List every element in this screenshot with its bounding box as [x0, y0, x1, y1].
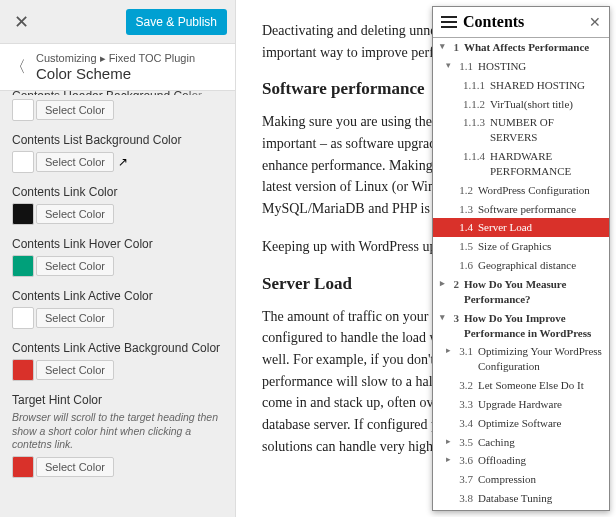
toc-item[interactable]: ▸2How Do You Measure Performance?	[433, 275, 609, 309]
color-control: Select Color	[12, 359, 223, 381]
toc-item-label: Geographical distance	[478, 258, 603, 273]
toc-item[interactable]: 3.3Upgrade Hardware	[433, 395, 609, 414]
toc-item-label: Compression	[478, 472, 603, 487]
toc-item-label: Database Tuning	[478, 491, 603, 506]
section-label: Contents List Background Color	[12, 133, 223, 147]
toc-item-label: VirTual(short title)	[490, 97, 603, 112]
customizer-topbar: ✕ Save & Publish	[0, 0, 235, 44]
section-label: Contents Link Color	[12, 185, 223, 199]
color-swatch[interactable]	[12, 99, 34, 121]
select-color-button[interactable]: Select Color	[36, 457, 114, 477]
color-control: Select Color	[12, 307, 223, 329]
toc-item[interactable]: ▸3.5Caching	[433, 433, 609, 452]
toc-item[interactable]: 1.1.3NUMBER OF SERVERS	[433, 113, 609, 147]
breadcrumb: Customizing ▸ Fixed TOC Plugin	[36, 52, 195, 65]
chevron-icon[interactable]: ▾	[437, 40, 447, 52]
toc-item[interactable]: ▸3.1Optimizing Your WordPress Configurat…	[433, 342, 609, 376]
toc-item[interactable]: 1.6Geographical distance	[433, 256, 609, 275]
customizer-breadcrumb-area: Customizing ▸ Fixed TOC Plugin Color Sch…	[36, 52, 195, 82]
toc-item-label: Size of Graphics	[478, 239, 603, 254]
toc-item-label: Optimizing Your WordPress Configuration	[478, 344, 603, 374]
toc-item[interactable]: ▾1What Affects Performance	[433, 38, 609, 57]
toc-item[interactable]: ▾1.1HOSTING	[433, 57, 609, 76]
toc-item-number: 3.4	[453, 416, 473, 431]
color-swatch[interactable]	[12, 456, 34, 478]
toc-item-number: 3.2	[453, 378, 473, 393]
customizer-sidebar: ✕ Save & Publish 〈 Customizing ▸ Fixed T…	[0, 0, 236, 517]
toc-item[interactable]: 1.1.2VirTual(short title)	[433, 95, 609, 114]
toc-item[interactable]: 3.8Database Tuning	[433, 489, 609, 507]
toc-panel: Contents ✕ ▾1What Affects Performance▾1.…	[432, 6, 610, 511]
toc-item-number: 1.1.3	[453, 115, 485, 130]
toc-item-number: 3.8	[453, 491, 473, 506]
page-title: Color Scheme	[36, 65, 195, 82]
cursor-icon: ↖	[118, 155, 128, 169]
toc-item[interactable]: ▸3.6Offloading	[433, 451, 609, 470]
toc-item-number: 1.1.2	[453, 97, 485, 112]
toc-item-number: 3.5	[453, 435, 473, 450]
toc-item-label: How Do You Improve Performance in WordPr…	[464, 311, 603, 341]
color-swatch[interactable]	[12, 255, 34, 277]
toc-item[interactable]: 1.1.4HARDWARE PERFORMANCE	[433, 147, 609, 181]
toc-item-number: 3	[447, 311, 459, 326]
toc-item-number: 3.7	[453, 472, 473, 487]
toc-item-label: Server Load	[478, 220, 603, 235]
color-swatch[interactable]	[12, 359, 34, 381]
select-color-button[interactable]: Select Color	[36, 152, 114, 172]
toc-body: ▾1What Affects Performance▾1.1HOSTING1.1…	[433, 38, 609, 507]
toc-item[interactable]: 3.4Optimize Software	[433, 414, 609, 433]
select-color-button[interactable]: Select Color	[36, 100, 114, 120]
toc-item-label: HARDWARE PERFORMANCE	[490, 149, 603, 179]
select-color-button[interactable]: Select Color	[36, 256, 114, 276]
section-description: Browser will scroll to the target headin…	[12, 411, 223, 452]
toc-close-icon[interactable]: ✕	[589, 14, 601, 31]
select-color-button[interactable]: Select Color	[36, 204, 114, 224]
color-swatch[interactable]	[12, 151, 34, 173]
toc-item-number: 1.4	[453, 220, 473, 235]
toc-item-number: 1.6	[453, 258, 473, 273]
color-swatch[interactable]	[12, 307, 34, 329]
toc-item-number: 3.6	[453, 453, 473, 468]
toc-item[interactable]: 3.2Let Someone Else Do It	[433, 376, 609, 395]
toc-item-number: 3.3	[453, 397, 473, 412]
section-label: Contents Link Hover Color	[12, 237, 223, 251]
toc-item[interactable]: 1.1.1SHARED HOSTING	[433, 76, 609, 95]
back-icon[interactable]: 〈	[10, 57, 26, 78]
toc-item[interactable]: 3.7Compression	[433, 470, 609, 489]
save-publish-button[interactable]: Save & Publish	[126, 9, 227, 35]
toc-item-number: 1.3	[453, 202, 473, 217]
section-label: Contents Link Active Color	[12, 289, 223, 303]
section-label-truncated: Contents Header Background Color	[12, 91, 223, 95]
toc-item-label: SHARED HOSTING	[490, 78, 603, 93]
color-control: Select Color	[12, 255, 223, 277]
chevron-icon[interactable]: ▸	[443, 435, 453, 447]
chevron-icon[interactable]: ▸	[443, 453, 453, 465]
toc-item-number: 1	[447, 40, 459, 55]
toc-item[interactable]: 1.5Size of Graphics	[433, 237, 609, 256]
chevron-icon[interactable]: ▸	[443, 344, 453, 356]
chevron-icon[interactable]: ▾	[437, 311, 447, 323]
toc-item-label: Let Someone Else Do It	[478, 378, 603, 393]
close-icon[interactable]: ✕	[8, 7, 35, 37]
chevron-icon[interactable]: ▸	[437, 277, 447, 289]
color-swatch[interactable]	[12, 203, 34, 225]
hamburger-icon[interactable]	[441, 13, 457, 31]
section-label: Contents Link Active Background Color	[12, 341, 223, 355]
select-color-button[interactable]: Select Color	[36, 360, 114, 380]
toc-item[interactable]: 1.4Server Load	[433, 218, 609, 237]
toc-item-label: What Affects Performance	[464, 40, 603, 55]
toc-item-number: 1.1.4	[453, 149, 485, 164]
customizer-header: 〈 Customizing ▸ Fixed TOC Plugin Color S…	[0, 44, 235, 91]
toc-item-label: Software performance	[478, 202, 603, 217]
toc-item[interactable]: 1.3Software performance	[433, 200, 609, 219]
select-color-button[interactable]: Select Color	[36, 308, 114, 328]
chevron-icon[interactable]: ▾	[443, 59, 453, 71]
toc-item-label: Caching	[478, 435, 603, 450]
toc-item-number: 1.5	[453, 239, 473, 254]
toc-item[interactable]: 1.2WordPress Configuration	[433, 181, 609, 200]
toc-item-label: NUMBER OF SERVERS	[490, 115, 603, 145]
toc-header: Contents ✕	[433, 7, 609, 38]
toc-item-label: How Do You Measure Performance?	[464, 277, 603, 307]
toc-item[interactable]: ▾3How Do You Improve Performance in Word…	[433, 309, 609, 343]
toc-item-number: 3.1	[453, 344, 473, 359]
